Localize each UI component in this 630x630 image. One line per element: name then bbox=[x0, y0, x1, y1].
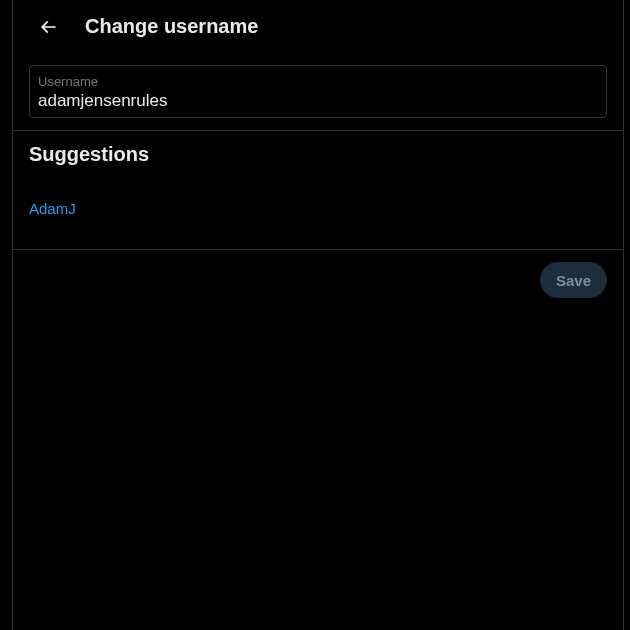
save-button[interactable]: Save bbox=[540, 262, 607, 298]
username-field-wrap: Username bbox=[13, 53, 623, 131]
back-button[interactable] bbox=[31, 10, 65, 44]
suggestion-label: AdamJ bbox=[29, 200, 76, 217]
arrow-left-icon bbox=[38, 17, 58, 37]
suggestions-title: Suggestions bbox=[29, 143, 607, 166]
username-input[interactable] bbox=[38, 91, 598, 111]
header: Change username bbox=[13, 0, 623, 53]
suggestions-section: Suggestions AdamJ bbox=[13, 131, 623, 250]
username-label: Username bbox=[38, 74, 598, 89]
settings-panel: Change username Username Suggestions Ada… bbox=[12, 0, 624, 630]
suggestion-item[interactable]: AdamJ bbox=[29, 196, 607, 233]
page-title: Change username bbox=[85, 15, 258, 38]
save-row: Save bbox=[13, 250, 623, 310]
username-field[interactable]: Username bbox=[29, 65, 607, 118]
